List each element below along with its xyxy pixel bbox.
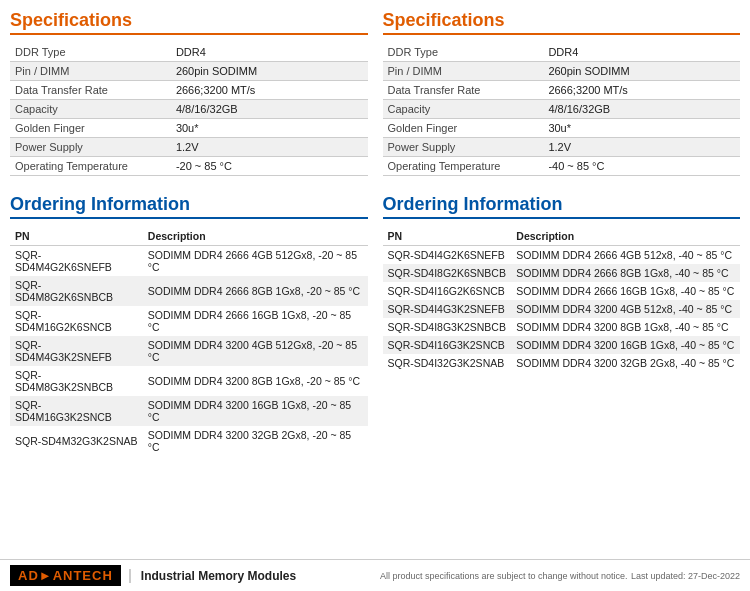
left-order-table: PN Description SQR-SD4M4G2K6SNEFBSODIMM … (10, 227, 368, 456)
table-row: Data Transfer Rate2666;3200 MT/s (383, 81, 741, 100)
right-order-header-pn: PN (383, 227, 512, 246)
spec-value: 260pin SODIMM (171, 62, 368, 81)
order-pn: SQR-SD4M4G2K6SNEFB (10, 246, 143, 277)
left-spec-table: DDR TypeDDR4Pin / DIMM260pin SODIMMData … (10, 43, 368, 176)
spec-value: 30u* (171, 119, 368, 138)
list-item: SQR-SD4I32G3K2SNABSODIMM DDR4 3200 32GB … (383, 354, 741, 372)
spec-value: DDR4 (171, 43, 368, 62)
spec-label: Operating Temperature (383, 157, 544, 176)
two-column-layout: Specifications DDR TypeDDR4Pin / DIMM260… (10, 10, 740, 456)
table-row: Golden Finger30u* (10, 119, 368, 138)
order-pn: SQR-SD4I16G2K6SNCB (383, 282, 512, 300)
spec-label: Pin / DIMM (10, 62, 171, 81)
footer-date: Last updated: 27-Dec-2022 (631, 571, 740, 581)
list-item: SQR-SD4I8G3K2SNBCBSODIMM DDR4 3200 8GB 1… (383, 318, 741, 336)
footer: AD►ANTECH Industrial Memory Modules All … (0, 559, 750, 591)
spec-label: Capacity (10, 100, 171, 119)
order-desc: SODIMM DDR4 3200 16GB 1Gx8, -40 ~ 85 °C (511, 336, 740, 354)
table-row: Pin / DIMM260pin SODIMM (10, 62, 368, 81)
right-spec-table: DDR TypeDDR4Pin / DIMM260pin SODIMMData … (383, 43, 741, 176)
left-order-header-desc: Description (143, 227, 368, 246)
order-pn: SQR-SD4I4G2K6SNEFB (383, 246, 512, 265)
order-desc: SODIMM DDR4 3200 8GB 1Gx8, -40 ~ 85 °C (511, 318, 740, 336)
table-row: Operating Temperature-40 ~ 85 °C (383, 157, 741, 176)
order-desc: SODIMM DDR4 2666 8GB 1Gx8, -40 ~ 85 °C (511, 264, 740, 282)
list-item: SQR-SD4M4G3K2SNEFBSODIMM DDR4 3200 4GB 5… (10, 336, 368, 366)
order-pn: SQR-SD4M8G2K6SNBCB (10, 276, 143, 306)
order-desc: SODIMM DDR4 3200 32GB 2Gx8, -20 ~ 85 °C (143, 426, 368, 456)
spec-label: DDR Type (10, 43, 171, 62)
list-item: SQR-SD4M4G2K6SNEFBSODIMM DDR4 2666 4GB 5… (10, 246, 368, 277)
order-pn: SQR-SD4I8G3K2SNBCB (383, 318, 512, 336)
list-item: SQR-SD4M16G2K6SNCBSODIMM DDR4 2666 16GB … (10, 306, 368, 336)
order-desc: SODIMM DDR4 3200 4GB 512x8, -40 ~ 85 °C (511, 300, 740, 318)
order-desc: SODIMM DDR4 3200 16GB 1Gx8, -20 ~ 85 °C (143, 396, 368, 426)
brand-logo: AD►ANTECH (10, 565, 121, 586)
list-item: SQR-SD4I4G2K6SNEFBSODIMM DDR4 2666 4GB 5… (383, 246, 741, 265)
main-content: Specifications DDR TypeDDR4Pin / DIMM260… (0, 0, 750, 496)
order-desc: SODIMM DDR4 3200 8GB 1Gx8, -20 ~ 85 °C (143, 366, 368, 396)
brand-ad: AD (18, 568, 39, 583)
order-pn: SQR-SD4I8G2K6SNBCB (383, 264, 512, 282)
spec-label: Golden Finger (10, 119, 171, 138)
brand-arrow: ► (39, 568, 53, 583)
spec-label: Pin / DIMM (383, 62, 544, 81)
order-desc: SODIMM DDR4 3200 32GB 2Gx8, -40 ~ 85 °C (511, 354, 740, 372)
left-specs-title: Specifications (10, 10, 368, 35)
list-item: SQR-SD4I4G3K2SNEFBSODIMM DDR4 3200 4GB 5… (383, 300, 741, 318)
table-row: Capacity4/8/16/32GB (10, 100, 368, 119)
spec-value: 260pin SODIMM (543, 62, 740, 81)
spec-label: Data Transfer Rate (383, 81, 544, 100)
order-pn: SQR-SD4I4G3K2SNEFB (383, 300, 512, 318)
spec-value: 4/8/16/32GB (171, 100, 368, 119)
list-item: SQR-SD4I16G3K2SNCBSODIMM DDR4 3200 16GB … (383, 336, 741, 354)
order-pn: SQR-SD4I16G3K2SNCB (383, 336, 512, 354)
list-item: SQR-SD4I8G2K6SNBCBSODIMM DDR4 2666 8GB 1… (383, 264, 741, 282)
spec-value: -40 ~ 85 °C (543, 157, 740, 176)
order-pn: SQR-SD4M4G3K2SNEFB (10, 336, 143, 366)
order-desc: SODIMM DDR4 2666 4GB 512x8, -40 ~ 85 °C (511, 246, 740, 265)
table-row: Capacity4/8/16/32GB (383, 100, 741, 119)
footer-notice: All product specifications are subject t… (380, 571, 628, 581)
footer-tagline: Industrial Memory Modules (129, 569, 296, 583)
order-desc: SODIMM DDR4 2666 8GB 1Gx8, -20 ~ 85 °C (143, 276, 368, 306)
spec-label: Capacity (383, 100, 544, 119)
left-ordering-title: Ordering Information (10, 194, 368, 219)
list-item: SQR-SD4M8G2K6SNBCBSODIMM DDR4 2666 8GB 1… (10, 276, 368, 306)
table-row: DDR TypeDDR4 (383, 43, 741, 62)
footer-left: AD►ANTECH Industrial Memory Modules (10, 565, 296, 586)
spec-value: DDR4 (543, 43, 740, 62)
right-column: Specifications DDR TypeDDR4Pin / DIMM260… (383, 10, 741, 456)
table-row: DDR TypeDDR4 (10, 43, 368, 62)
right-order-table: PN Description SQR-SD4I4G2K6SNEFBSODIMM … (383, 227, 741, 372)
order-pn: SQR-SD4M16G3K2SNCB (10, 396, 143, 426)
list-item: SQR-SD4M32G3K2SNABSODIMM DDR4 3200 32GB … (10, 426, 368, 456)
right-order-header-desc: Description (511, 227, 740, 246)
table-row: Power Supply1.2V (10, 138, 368, 157)
spec-value: 1.2V (171, 138, 368, 157)
spec-label: DDR Type (383, 43, 544, 62)
spec-label: Power Supply (10, 138, 171, 157)
left-order-header-pn: PN (10, 227, 143, 246)
order-pn: SQR-SD4I32G3K2SNAB (383, 354, 512, 372)
list-item: SQR-SD4M16G3K2SNCBSODIMM DDR4 3200 16GB … (10, 396, 368, 426)
spec-value: 2666;3200 MT/s (543, 81, 740, 100)
spec-value: 30u* (543, 119, 740, 138)
order-pn: SQR-SD4M16G2K6SNCB (10, 306, 143, 336)
table-row: Power Supply1.2V (383, 138, 741, 157)
spec-value: 1.2V (543, 138, 740, 157)
list-item: SQR-SD4I16G2K6SNCBSODIMM DDR4 2666 16GB … (383, 282, 741, 300)
brand-antech: ANTECH (53, 568, 113, 583)
right-specs-title: Specifications (383, 10, 741, 35)
spec-label: Golden Finger (383, 119, 544, 138)
order-desc: SODIMM DDR4 2666 16GB 1Gx8, -40 ~ 85 °C (511, 282, 740, 300)
table-row: Golden Finger30u* (383, 119, 741, 138)
right-ordering-title: Ordering Information (383, 194, 741, 219)
spec-label: Power Supply (383, 138, 544, 157)
spec-label: Operating Temperature (10, 157, 171, 176)
table-row: Data Transfer Rate2666;3200 MT/s (10, 81, 368, 100)
spec-value: -20 ~ 85 °C (171, 157, 368, 176)
spec-value: 2666;3200 MT/s (171, 81, 368, 100)
spec-label: Data Transfer Rate (10, 81, 171, 100)
table-row: Operating Temperature-20 ~ 85 °C (10, 157, 368, 176)
